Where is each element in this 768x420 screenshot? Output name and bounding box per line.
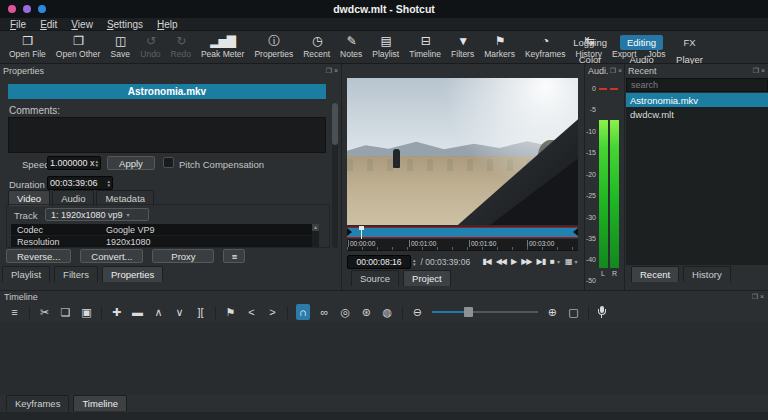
layout-fx-button[interactable]: FX [676,35,702,50]
properties-menu-button[interactable]: ≡ [223,249,245,263]
open-file-button[interactable]: ❒ Open File [4,32,51,63]
recent-button[interactable]: ◷ Recent [298,32,335,63]
menu-help[interactable]: Help [151,19,184,30]
cut-button[interactable]: ✂ [38,304,51,320]
apply-button[interactable]: Apply [107,156,155,170]
append-button[interactable]: ✚ [110,304,123,320]
window-dot-pink[interactable] [8,5,16,13]
filters-button[interactable]: ▼ Filters [446,32,479,63]
spin-down-icon[interactable]: ▾ [95,163,98,167]
speed-spinbox[interactable]: ▴▾ [47,156,101,170]
timeline-zoom-slider[interactable] [432,306,538,318]
float-icon[interactable]: ❐ [326,66,332,75]
timeline-zoom-out-button[interactable]: ⊖ [411,304,424,320]
marker-button[interactable]: ⚑ [224,304,237,320]
menu-file[interactable]: File [4,19,32,30]
tab-project[interactable]: Project [403,270,451,286]
player-time-ruler[interactable]: 00:00:00 00:01:00 00:01:60 00:03:00 [347,239,578,251]
spin-down-icon[interactable]: ▾ [107,183,110,187]
tab-keyframes[interactable]: Keyframes [6,395,69,411]
properties-scrollbar[interactable] [332,103,338,248]
notes-button[interactable]: ✎ Notes [335,32,367,63]
tab-filters[interactable]: Filters [54,266,98,282]
tab-properties[interactable]: Properties [102,266,163,282]
overwrite-button[interactable]: ∨ [173,304,186,320]
skip-to-start-button[interactable]: ▮◀ [482,257,491,266]
playlist-button[interactable]: ▤ Playlist [367,32,404,63]
ripple-markers-button[interactable]: ◍ [381,304,394,320]
table-row[interactable]: Codec Google VP9 [11,224,319,236]
fast-forward-button[interactable]: ▶▶ [521,257,531,266]
float-icon[interactable]: ❐ [752,292,758,301]
tab-timeline[interactable]: Timeline [73,395,127,411]
menu-edit[interactable]: Edit [34,19,63,30]
peak-meter-button[interactable]: ▂▅▇ Peak Meter [196,32,249,63]
keyframes-button[interactable]: ◔ Keyframes [520,32,571,63]
layout-logging-button[interactable]: Logging [566,35,614,50]
player-scrub-bar[interactable] [347,227,578,238]
scrub-while-dragging-button[interactable]: ∞ [318,304,331,320]
table-scrollbar[interactable]: ▲ [312,224,319,247]
spin-down-icon[interactable]: ▾ [413,262,416,266]
convert-button[interactable]: Convert... [80,249,143,263]
properties-table[interactable]: Codec Google VP9 Resolution 1920x1080 ▲ [11,224,319,247]
list-item[interactable]: Astronomia.mkv [626,93,768,107]
snap-button[interactable]: ∩ [296,304,310,320]
in-point-marker[interactable] [347,228,352,236]
close-icon[interactable]: × [760,292,764,301]
current-time-spinbox[interactable]: 00:00:08:16 [347,255,411,269]
timeline-zoom-fit-button[interactable]: ▢ [567,304,580,320]
close-icon[interactable]: × [761,66,765,75]
window-dot-purple[interactable] [23,5,31,13]
reverse-button[interactable]: Reverse... [6,249,71,263]
record-audio-button[interactable] [597,306,607,319]
ripple-delete-button[interactable]: ▬ [131,304,144,320]
play-button[interactable]: ▶ [511,257,516,266]
float-icon[interactable]: ❐ [610,66,616,75]
properties-button[interactable]: ⓘ Properties [249,32,298,63]
playhead[interactable] [361,226,362,239]
timeline-zoom-in-button[interactable]: ⊕ [546,304,559,320]
pitch-compensation-checkbox[interactable] [163,157,174,168]
duration-input[interactable] [50,178,107,188]
ripple-all-tracks-button[interactable]: ⊛ [360,304,373,320]
chevron-down-icon[interactable]: ▾ [557,258,560,265]
chevron-down-icon[interactable]: ▾ [574,258,577,265]
window-dot-blue[interactable] [38,5,46,13]
scroll-up-icon[interactable]: ▲ [312,224,319,231]
lift-button[interactable]: ∧ [152,304,165,320]
slider-handle[interactable] [464,307,473,317]
out-point-marker[interactable] [573,228,578,236]
comments-textarea[interactable] [8,117,326,153]
timeline-tracks-area[interactable] [0,322,768,395]
float-icon[interactable]: ❐ [753,66,759,75]
tab-playlist[interactable]: Playlist [2,266,50,282]
open-other-button[interactable]: ❐ Open Other [51,32,105,63]
paste-button[interactable]: ▣ [80,304,93,320]
menu-settings[interactable]: Settings [101,19,149,30]
split-button[interactable]: ][ [194,304,207,320]
next-marker-button[interactable]: > [266,304,279,320]
video-preview[interactable] [347,78,578,225]
close-icon[interactable]: × [618,66,622,75]
recent-search-input[interactable] [626,78,768,92]
close-icon[interactable]: × [334,66,338,75]
tab-source[interactable]: Source [351,270,399,286]
speed-input[interactable] [50,158,95,168]
markers-button[interactable]: ⚑ Markers [479,32,520,63]
list-item[interactable]: dwdcw.mlt [626,107,768,121]
copy-button[interactable]: ❏ [59,304,72,320]
prev-marker-button[interactable]: < [245,304,258,320]
tab-recent[interactable]: Recent [631,266,679,282]
proxy-button[interactable]: Proxy [152,249,214,263]
player-zoom-button[interactable]: ■ [550,257,554,266]
layout-editing-button[interactable]: Editing [620,35,663,50]
rewind-button[interactable]: ◀◀ [496,257,506,266]
grid-button[interactable]: ▦ [565,257,572,266]
ripple-button[interactable]: ◎ [339,304,352,320]
tab-history[interactable]: History [683,266,731,282]
skip-to-end-button[interactable]: ▶▮ [537,257,546,266]
scrollbar-thumb[interactable] [332,103,338,145]
menu-view[interactable]: View [65,19,99,30]
table-row[interactable]: Resolution 1920x1080 [11,236,319,247]
